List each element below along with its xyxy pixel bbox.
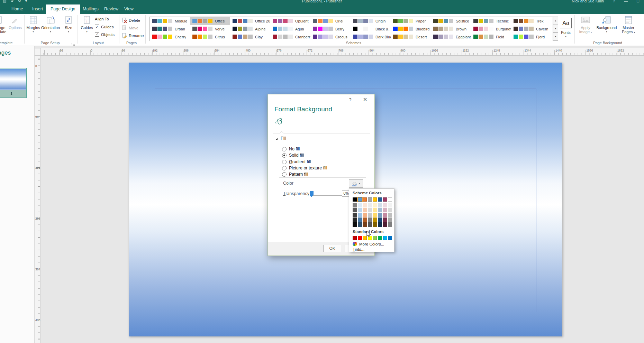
picker-variant-color[interactable] bbox=[373, 208, 377, 213]
radio-pattern-fill[interactable]: Pattern fill bbox=[282, 172, 308, 177]
radio-picture-fill[interactable]: Picture or texture fill bbox=[282, 166, 327, 170]
picker-variant-color[interactable] bbox=[363, 213, 367, 217]
scheme-item-bluebird[interactable]: Bluebird bbox=[391, 25, 431, 33]
orientation-button[interactable]: Orientation ▾ bbox=[41, 15, 60, 41]
master-pages-button[interactable]: Master Pages ▾ bbox=[619, 15, 638, 41]
picker-variant-color[interactable] bbox=[378, 217, 382, 222]
picker-variant-color[interactable] bbox=[383, 213, 387, 217]
checkbox-objects[interactable]: ✓ Objects bbox=[95, 32, 115, 37]
picker-variant-color[interactable] bbox=[353, 222, 357, 227]
picker-scheme-color[interactable] bbox=[353, 197, 357, 202]
picker-scheme-color[interactable] bbox=[383, 197, 387, 202]
picker-variant-color[interactable] bbox=[388, 208, 392, 213]
picker-variant-color[interactable] bbox=[378, 222, 382, 227]
picker-variant-color[interactable] bbox=[388, 222, 392, 227]
tab-review[interactable]: Review bbox=[100, 4, 123, 14]
fonts-button[interactable]: Fonts bbox=[556, 30, 575, 35]
fill-color-button[interactable]: ▾ bbox=[349, 179, 363, 188]
horizontal-ruler[interactable]: 9609619228838448057667276886496010561152… bbox=[41, 48, 644, 56]
scheme-item-oriel[interactable]: Oriel bbox=[310, 17, 351, 25]
radio-no-fill[interactable]: No fill bbox=[282, 147, 300, 151]
size-button[interactable]: Size ▾ bbox=[61, 15, 76, 41]
picker-variant-color[interactable] bbox=[363, 222, 367, 227]
picker-standard-color[interactable] bbox=[388, 236, 392, 240]
scheme-item-urban[interactable]: Urban bbox=[150, 25, 190, 33]
scheme-item-cherry[interactable]: Cherry bbox=[150, 33, 190, 41]
scheme-item-brown[interactable]: Brown bbox=[431, 25, 471, 33]
picker-variant-color[interactable] bbox=[358, 208, 362, 213]
picker-variant-color[interactable] bbox=[383, 222, 387, 227]
scheme-item-eggplant[interactable]: Eggplant bbox=[431, 33, 471, 41]
picker-standard-color[interactable] bbox=[373, 236, 377, 240]
picker-variant-color[interactable] bbox=[358, 217, 362, 222]
scheme-item-clay[interactable]: Clay bbox=[230, 33, 270, 41]
scheme-item-berry[interactable]: Berry bbox=[310, 25, 351, 33]
scheme-item-black[interactable]: Black & ... bbox=[351, 25, 391, 33]
tints-item[interactable]: Tints... bbox=[353, 247, 364, 251]
picker-variant-color[interactable] bbox=[378, 203, 382, 208]
picker-variant-color[interactable] bbox=[353, 203, 357, 208]
scheme-item-cranberry[interactable]: Cranberry bbox=[270, 33, 310, 41]
picker-variant-color[interactable] bbox=[373, 203, 377, 208]
transparency-slider-track[interactable] bbox=[310, 195, 342, 196]
picker-variant-color[interactable] bbox=[363, 208, 367, 213]
picker-standard-color[interactable] bbox=[383, 236, 387, 240]
scheme-item-desert[interactable]: Desert bbox=[391, 33, 431, 41]
picker-variant-color[interactable] bbox=[358, 203, 362, 208]
picker-variant-color[interactable] bbox=[368, 203, 372, 208]
delete-page-button[interactable]: Delete bbox=[122, 17, 140, 24]
scheme-item-dark-blue[interactable]: Dark Blue bbox=[351, 33, 391, 41]
radio-gradient-fill[interactable]: Gradient fill bbox=[282, 159, 311, 164]
picker-variant-color[interactable] bbox=[378, 208, 382, 213]
scheme-item-solstice[interactable]: Solstice bbox=[431, 17, 471, 25]
vertical-ruler[interactable]: 096192288384480 bbox=[35, 56, 41, 343]
picker-variant-color[interactable] bbox=[388, 217, 392, 222]
scheme-item-trek[interactable]: Trek bbox=[511, 17, 551, 25]
scheme-item-module[interactable]: Module bbox=[150, 17, 190, 25]
picker-standard-color[interactable] bbox=[358, 236, 362, 240]
picker-variant-color[interactable] bbox=[373, 217, 377, 222]
scheme-item-technic[interactable]: Technic bbox=[471, 17, 511, 25]
dialog-close-icon[interactable]: ✕ bbox=[362, 96, 368, 103]
picker-scheme-color[interactable] bbox=[373, 197, 377, 202]
picker-variant-color[interactable] bbox=[388, 203, 392, 208]
picker-scheme-color[interactable] bbox=[358, 197, 362, 202]
radio-circle[interactable] bbox=[282, 147, 287, 151]
picker-scheme-color[interactable] bbox=[363, 197, 367, 202]
picker-variant-color[interactable] bbox=[358, 213, 362, 217]
scheme-item-field[interactable]: Field bbox=[471, 33, 511, 41]
radio-circle[interactable] bbox=[282, 160, 287, 164]
ok-button[interactable]: OK bbox=[323, 245, 341, 252]
picker-variant-color[interactable] bbox=[353, 213, 357, 217]
scheme-item-alpine[interactable]: Alpine bbox=[230, 25, 270, 33]
scheme-item-verve[interactable]: Verve bbox=[190, 25, 230, 33]
picker-variant-color[interactable] bbox=[378, 213, 382, 217]
radio-solid-fill[interactable]: Solid fill bbox=[282, 153, 304, 158]
scheme-item-opulent[interactable]: Opulent bbox=[270, 17, 310, 25]
picker-variant-color[interactable] bbox=[368, 222, 372, 227]
apply-image-button[interactable]: Apply Image ▾ bbox=[577, 15, 595, 41]
picker-scheme-color[interactable] bbox=[388, 197, 392, 202]
radio-circle[interactable] bbox=[282, 153, 287, 158]
picker-scheme-color[interactable] bbox=[368, 197, 372, 202]
tab-home[interactable]: Home bbox=[7, 4, 27, 14]
picker-variant-color[interactable] bbox=[368, 208, 372, 213]
scheme-item-origin[interactable]: Origin bbox=[351, 17, 391, 25]
picker-standard-color[interactable] bbox=[353, 236, 357, 240]
picker-variant-color[interactable] bbox=[353, 217, 357, 222]
margins-button[interactable]: Margins ▾ bbox=[26, 15, 41, 41]
picker-variant-color[interactable] bbox=[373, 222, 377, 227]
radio-circle[interactable] bbox=[282, 172, 287, 177]
options-button[interactable]: Options bbox=[7, 15, 24, 41]
picker-variant-color[interactable] bbox=[368, 213, 372, 217]
minimize-icon[interactable]: — bbox=[624, 0, 628, 3]
dialog-help-icon[interactable]: ? bbox=[347, 97, 353, 102]
rename-page-button[interactable]: Rename bbox=[122, 32, 144, 39]
restore-icon[interactable]: □ bbox=[637, 0, 639, 3]
gallery-scroll-up-button[interactable]: ▴ bbox=[553, 17, 558, 25]
scheme-item-citrus[interactable]: Citrus bbox=[190, 33, 230, 41]
radio-circle[interactable] bbox=[282, 166, 287, 170]
page-thumbnail[interactable]: 1 bbox=[0, 68, 27, 98]
more-colors-item[interactable]: More Colors... bbox=[353, 242, 384, 246]
scheme-item-office[interactable]: Office bbox=[190, 17, 230, 25]
